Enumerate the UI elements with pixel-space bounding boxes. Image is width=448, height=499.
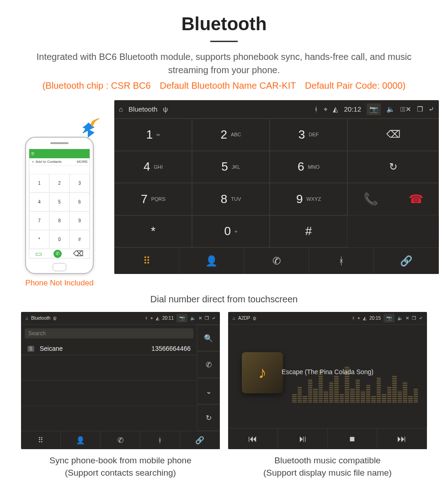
home-icon[interactable]: ⌂ [233, 316, 235, 321]
search-icon[interactable]: 🔍 [197, 325, 220, 351]
tab-pair[interactable]: 🔗 [374, 248, 439, 274]
tab-pair[interactable]: 🔗 [180, 431, 220, 449]
bluetooth-icon: ᚼ [314, 105, 318, 113]
down-icon[interactable]: ⌄ [197, 378, 220, 404]
backspace-button[interactable]: ⌫ [347, 118, 439, 151]
phonebook-screen: ⌂ Bluetooth ψ ᚼ⌖◭ 20:11 📷 🔈 ✕ ❐ ⤶ Search… [21, 312, 220, 449]
status-time: 20:11 [162, 316, 174, 321]
status-time: 20:12 [344, 105, 361, 113]
key-2[interactable]: 2ABC [192, 118, 270, 151]
key-star[interactable]: * [114, 215, 192, 248]
volume-icon[interactable]: 🔈 [386, 105, 395, 113]
status-title: A2DP [238, 316, 250, 321]
key-8[interactable]: 8TUV [192, 183, 270, 215]
music-caption: Bluetooth music compatible (Support disp… [228, 455, 427, 479]
location-icon: ⌖ [324, 105, 327, 113]
volume-icon[interactable]: 🔈 [190, 316, 196, 321]
close-icon[interactable]: ✕ [405, 316, 409, 321]
status-title: Bluetooth [128, 105, 157, 113]
tab-call-log[interactable]: ✆ [244, 248, 309, 274]
track-title: Escape (The Pina Colada Song) [282, 368, 373, 376]
play-pause-button[interactable]: ⏯ [278, 429, 328, 449]
dialer-caption: Dial number direct from touchscreen [9, 294, 439, 305]
tab-dialpad[interactable]: ⠿ [114, 248, 179, 274]
phonebook-caption: Sync phone-book from mobile phone (Suppo… [21, 455, 220, 479]
recent-icon[interactable]: ❐ [417, 105, 423, 113]
close-icon[interactable]: �⃞✕ [400, 105, 411, 113]
status-time: 20:15 [369, 316, 381, 321]
bottom-tabs: ⠿ 👤 ✆ ᚼ 🔗 [114, 247, 439, 274]
equalizer-visual [292, 357, 418, 402]
key-7[interactable]: 7PQRS [114, 183, 192, 215]
home-icon[interactable]: ⌂ [119, 105, 123, 113]
title-separator [210, 41, 238, 42]
key-5[interactable]: 5JKL [192, 151, 270, 183]
screenshot-icon[interactable]: 📷 [367, 103, 381, 115]
dial-pad: 1∞ 2ABC 3DEF 4GHI 5JKL 6MNO 7PQRS 8TUV 9… [114, 118, 347, 247]
recent-icon[interactable]: ❐ [205, 316, 209, 321]
recent-icon[interactable]: ❐ [412, 316, 416, 321]
contact-name: Seicane [40, 345, 63, 352]
call-icon[interactable]: ✆ [197, 351, 220, 378]
spec-line: (Bluetooth chip : CSR BC6 Default Blueto… [9, 80, 439, 91]
status-bar: ⌂ Bluetooth ψ ᚼ ⌖ ◭ 20:12 📷 🔈 �⃞✕ ❐ ⤶ [114, 100, 439, 118]
tab-call-log[interactable]: ✆ [101, 431, 140, 449]
tab-contacts[interactable]: 👤 [61, 431, 101, 449]
key-0[interactable]: 0+ [192, 215, 270, 248]
wifi-icon: ◭ [333, 105, 338, 113]
usb-icon: ψ [163, 105, 168, 113]
close-icon[interactable]: ✕ [198, 316, 202, 321]
tab-bluetooth[interactable]: ᚼ [309, 248, 374, 274]
album-art-icon: ♪ [242, 352, 283, 393]
search-input[interactable]: Search [25, 328, 193, 338]
page-subtitle: Integrated with BC6 Bluetooth module, su… [23, 50, 425, 77]
refresh-icon[interactable]: ↻ [197, 404, 220, 431]
contact-row[interactable]: S Seicane 13566664466 [21, 342, 197, 355]
tab-bluetooth[interactable]: ᚼ [140, 431, 180, 449]
back-icon[interactable]: ⤶ [428, 105, 434, 113]
prev-track-button[interactable]: ⏮ [228, 429, 278, 449]
tab-dialpad[interactable]: ⠿ [21, 431, 61, 449]
call-button[interactable]: 📞 [348, 192, 393, 206]
screenshot-icon[interactable]: 📷 [176, 314, 187, 322]
volume-icon[interactable]: 🔈 [397, 316, 403, 321]
music-screen: ⌂ A2DP ψ ᚼ⌖◭ 20:15 📷 🔈 ✕ ❐ ⤶ Escape (The… [228, 312, 427, 449]
key-1[interactable]: 1∞ [114, 118, 192, 151]
back-icon[interactable]: ⤶ [419, 316, 422, 321]
phone-caption: Phone Not Included [25, 279, 93, 288]
back-icon[interactable]: ⤶ [212, 316, 215, 321]
dialer-screen: ⌂ Bluetooth ψ ᚼ ⌖ ◭ 20:12 📷 🔈 �⃞✕ ❐ ⤶ 1∞… [114, 100, 439, 274]
key-4[interactable]: 4GHI [114, 151, 192, 183]
key-9[interactable]: 9WXYZ [270, 183, 347, 215]
key-6[interactable]: 6MNO [270, 151, 347, 183]
stop-button[interactable]: ■ [328, 429, 378, 449]
phone-mockup: ☰ ＋ Add to Contacts MORE 123 456 789 *0#… [25, 137, 94, 274]
key-hash[interactable]: # [270, 215, 347, 248]
home-icon[interactable]: ⌂ [26, 316, 28, 321]
status-title: Bluetooth [31, 316, 50, 321]
sync-button[interactable]: ↻ [347, 151, 439, 183]
screenshot-icon[interactable]: 📷 [384, 314, 395, 322]
page-title: Bluetooth [9, 14, 439, 34]
next-track-button[interactable]: ⏭ [377, 429, 427, 449]
key-3[interactable]: 3DEF [270, 118, 347, 151]
tab-contacts[interactable]: 👤 [179, 248, 244, 274]
hangup-button[interactable]: ☎ [393, 192, 438, 206]
contact-number: 13566664466 [151, 345, 191, 352]
